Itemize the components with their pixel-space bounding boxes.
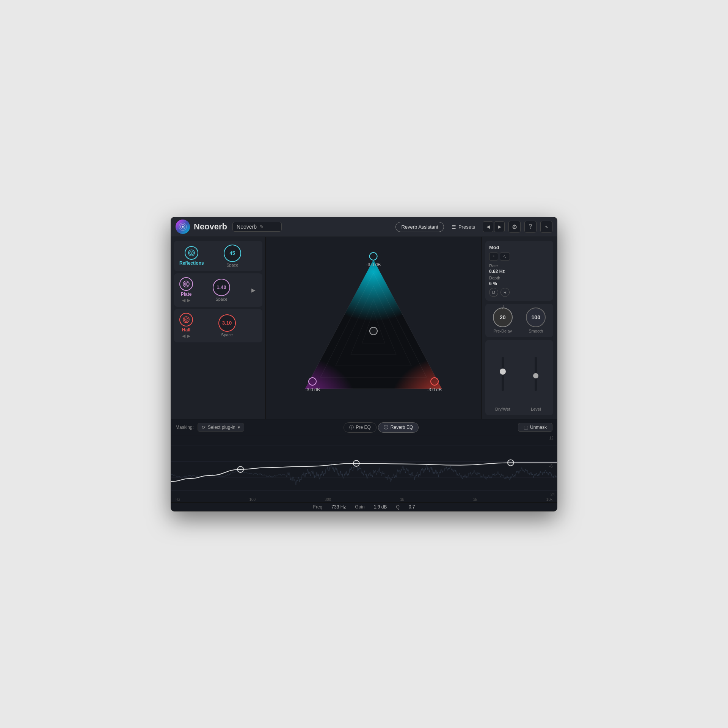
hall-label: Hall [182, 327, 190, 333]
triangle-container[interactable]: -3.0 dB -3.0 dB -3.0 dB [294, 248, 453, 408]
reflections-icon-wrap: Reflections [179, 246, 204, 266]
drywet-slider-wrap [502, 344, 504, 404]
reflections-knob[interactable]: 45 [224, 245, 241, 262]
svg-point-5 [191, 252, 192, 254]
rate-value: 0.62 Hz [489, 269, 549, 274]
q-value: 0.7 [409, 504, 415, 510]
hall-section: Hall ◀ ▶ 3.10 Space [174, 309, 262, 342]
hall-prev-arrow[interactable]: ◀ [182, 333, 185, 339]
rate-param: Rate 0.62 Hz [489, 264, 549, 274]
smooth-wrap: 100 Smooth [526, 308, 546, 333]
plate-icon[interactable] [179, 277, 193, 291]
depth-param: Depth 6 % [489, 276, 549, 286]
midi-button[interactable]: ∿ [540, 221, 552, 233]
level-col: Level [522, 344, 550, 411]
center-panel: -3.0 dB -3.0 dB -3.0 dB [266, 237, 481, 419]
plate-space-label: Space [215, 297, 227, 301]
gain-label: Gain [355, 504, 364, 510]
pre-eq-tab[interactable]: ⓘ Pre EQ [344, 422, 377, 433]
preset-name-text: Neoverb [237, 224, 257, 230]
eq-x-labels: Hz 100 300 1k 3k 10k [171, 497, 557, 502]
prev-arrow[interactable]: ◀ [483, 221, 493, 232]
plate-icon-wrap: Plate ◀ ▶ [179, 277, 193, 303]
reverb-eq-icon: ⓘ [384, 424, 388, 431]
bottom-right-corner-label: -3.0 dB [427, 377, 442, 392]
plate-expand-arrow[interactable]: ▶ [250, 286, 257, 295]
bottom-panel: Masking: ⟳ Select plug-in ▾ ⓘ Pre EQ ⓘ R… [171, 419, 557, 511]
plate-prev-arrow[interactable]: ◀ [182, 298, 185, 303]
predelay-section: ♩ 20 Pre-Delay 100 Smooth [485, 304, 553, 337]
depth-value: 6 % [489, 281, 549, 286]
reverb-assistant-button[interactable]: Reverb Assistant [395, 222, 444, 232]
svg-point-2 [182, 226, 184, 228]
mod-random-button[interactable]: ∿ [500, 253, 510, 260]
reflections-knob-wrap: 45 Space [208, 245, 257, 267]
edit-icon: ✎ [260, 224, 264, 229]
mod-title: Mod [489, 245, 549, 250]
nav-arrows: ◀ ▶ [483, 221, 505, 232]
hall-knob[interactable]: 3.10 [218, 314, 236, 332]
plate-next-arrow[interactable]: ▶ [187, 298, 190, 303]
unmask-icon: ⬚ [524, 425, 528, 430]
reflections-section: Reflections 45 Space [174, 241, 262, 271]
depth-label: Depth [489, 276, 549, 280]
d-circle[interactable]: D [489, 288, 498, 297]
svg-point-10 [184, 318, 188, 322]
masking-label: Masking: [176, 425, 194, 430]
hall-icon[interactable] [179, 313, 193, 326]
svg-point-7 [184, 282, 188, 286]
plate-knob[interactable]: 1.40 [213, 279, 230, 296]
svg-point-11 [185, 319, 187, 320]
settings-button[interactable]: ⚙ [508, 221, 521, 233]
preset-name-box[interactable]: Neoverb ✎ [232, 222, 282, 232]
header: Neoverb Neoverb ✎ Reverb Assistant ☰ Pre… [171, 217, 557, 237]
unmask-button[interactable]: ⬚ Unmask [518, 423, 552, 432]
plate-section: Plate ◀ ▶ 1.40 Space ▶ [174, 273, 262, 307]
eq-status-bar: Freq 733 Hz Gain 1.9 dB Q 0.7 [171, 502, 557, 511]
gain-value: 1.9 dB [374, 504, 387, 510]
mod-section: Mod ≈ ∿ Rate 0.62 Hz Depth 6 % D [485, 241, 553, 301]
reverb-eq-tab[interactable]: ⓘ Reverb EQ [378, 422, 419, 433]
smooth-knob[interactable]: 100 [526, 308, 546, 327]
next-arrow[interactable]: ▶ [494, 221, 505, 232]
note-icon: ♩ [502, 304, 504, 310]
eq-canvas-wrap[interactable]: 12 -6 -24 [171, 436, 557, 497]
select-plugin-dropdown[interactable]: ⟳ Select plug-in ▾ [198, 423, 244, 432]
level-slider-wrap [535, 344, 537, 404]
presets-button[interactable]: ☰ Presets [448, 222, 479, 232]
drywet-thumb[interactable] [500, 369, 506, 375]
plate-label: Plate [181, 292, 192, 297]
freq-value: 733 Hz [331, 504, 346, 510]
plugin-window: Neoverb Neoverb ✎ Reverb Assistant ☰ Pre… [171, 217, 557, 511]
rate-label: Rate [489, 264, 549, 268]
top-corner-label: -3.0 dB [366, 252, 381, 267]
level-label: Level [531, 407, 541, 411]
predelay-row: ♩ 20 Pre-Delay 100 Smooth [489, 308, 549, 333]
presets-icon: ☰ [452, 224, 456, 230]
eq-toolbar: Masking: ⟳ Select plug-in ▾ ⓘ Pre EQ ⓘ R… [171, 419, 557, 436]
level-thumb[interactable] [533, 373, 538, 378]
hall-space-label: Space [221, 333, 233, 337]
mix-point-handle[interactable] [369, 327, 378, 335]
mod-sine-button[interactable]: ≈ [489, 253, 498, 260]
smooth-label: Smooth [529, 329, 543, 333]
bottom-right-db-label: -3.0 dB [427, 387, 442, 392]
level-track [535, 357, 537, 391]
predelay-knob[interactable]: ♩ 20 [493, 308, 513, 327]
logo [176, 220, 190, 234]
reflections-icon[interactable] [185, 246, 198, 260]
drywet-col: Dry/Wet [489, 344, 516, 411]
eq-canvas[interactable] [171, 436, 557, 497]
r-circle[interactable]: R [500, 288, 510, 297]
hall-arrows: ◀ ▶ [182, 333, 190, 339]
help-button[interactable]: ? [524, 221, 537, 233]
mod-buttons: ≈ ∿ [489, 253, 549, 260]
freq-label: Freq [313, 504, 323, 510]
dropdown-arrow: ▾ [238, 425, 240, 430]
plate-knob-wrap: 1.40 Space [197, 279, 246, 301]
main-content: Reflections 45 Space [171, 237, 557, 419]
hall-next-arrow[interactable]: ▶ [187, 333, 190, 339]
bottom-left-db-label: -3.0 dB [305, 387, 320, 392]
plate-arrows: ◀ ▶ [182, 298, 190, 303]
right-panel: Mod ≈ ∿ Rate 0.62 Hz Depth 6 % D [481, 237, 557, 419]
